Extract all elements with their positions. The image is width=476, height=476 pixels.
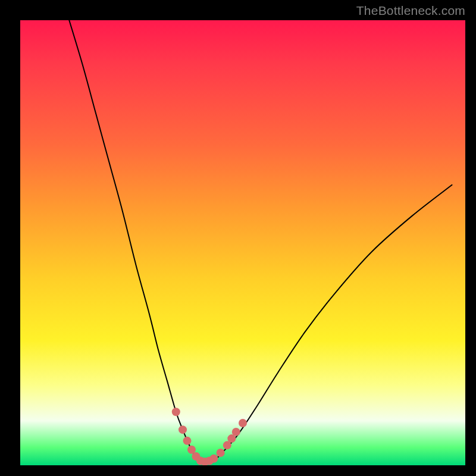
highlight-marker bbox=[217, 449, 225, 457]
marker-layer bbox=[20, 20, 465, 465]
highlight-marker bbox=[172, 408, 180, 416]
highlight-marker bbox=[209, 455, 218, 463]
highlight-marker-group bbox=[172, 408, 247, 465]
watermark-text: TheBottleneck.com bbox=[356, 4, 465, 18]
chart-frame: TheBottleneck.com bbox=[0, 0, 476, 476]
highlight-marker bbox=[232, 428, 240, 436]
highlight-marker bbox=[178, 425, 187, 434]
highlight-marker bbox=[183, 437, 192, 445]
highlight-marker bbox=[239, 419, 247, 427]
plot-area bbox=[20, 20, 465, 465]
